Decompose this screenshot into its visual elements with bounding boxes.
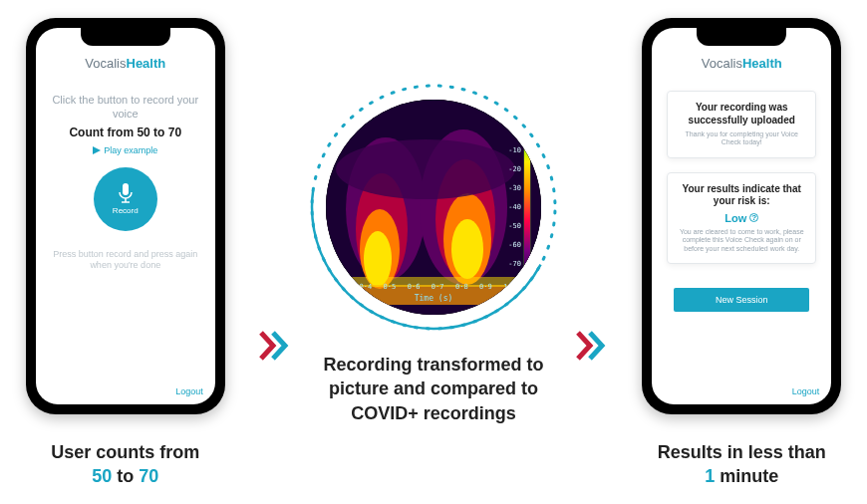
- step-2-caption: Recording transformed to picture and com…: [314, 353, 553, 425]
- phone-notch: [81, 28, 170, 46]
- colorbar-ticks: 0 -10 -20 -30 -40 -50 -60 -70 -80: [508, 127, 521, 287]
- play-icon: [93, 146, 101, 154]
- x-axis-label: Time (s): [415, 294, 453, 303]
- app-brand: VocalisHealth: [85, 56, 165, 71]
- upload-success-sub: Thank you for completing your Voice Chec…: [676, 130, 807, 147]
- step-1-column: VocalisHealth Click the button to record…: [0, 18, 251, 489]
- new-session-button[interactable]: New Session: [674, 288, 809, 312]
- upload-success-card: Your recording was successfully uploaded…: [667, 91, 816, 158]
- upload-success-title: Your recording was successfully uploaded: [676, 102, 807, 126]
- instruction-text: Click the button to record your voice: [50, 93, 201, 122]
- phone-mockup-left: VocalisHealth Click the button to record…: [26, 18, 225, 414]
- app-brand: VocalisHealth: [702, 56, 782, 71]
- svg-rect-1: [123, 183, 129, 195]
- logout-link[interactable]: Logout: [175, 386, 203, 396]
- step-3-caption: Results in less than 1 minute: [658, 440, 826, 489]
- step-1-caption: User counts from 50 to 70: [51, 440, 199, 489]
- phone-mockup-right: VocalisHealth Your recording was success…: [642, 18, 841, 414]
- risk-result-title: Your results indicate that your risk is:: [676, 183, 807, 208]
- risk-result-card: Your results indicate that your risk is:…: [667, 172, 816, 264]
- microphone-icon: [117, 182, 135, 204]
- risk-result-sub: You are cleared to come to work, please …: [676, 228, 807, 253]
- risk-level: Low ?: [676, 212, 807, 224]
- record-button[interactable]: Record: [94, 167, 157, 231]
- count-instruction: Count from 50 to 70: [69, 126, 181, 139]
- svg-point-15: [451, 219, 483, 279]
- arrow-right-1: [259, 331, 291, 365]
- step-3-column: VocalisHealth Your recording was success…: [616, 18, 867, 489]
- svg-point-18: [336, 139, 515, 199]
- step-2-column: 0·4 0·5 0·6 0·7 0·8 0·9 1 Time (s) 0 -10…: [299, 18, 569, 425]
- phone-notch: [697, 28, 786, 46]
- record-hint: Press button record and press again when…: [50, 249, 201, 272]
- logout-link[interactable]: Logout: [792, 386, 820, 396]
- info-icon[interactable]: ?: [749, 213, 758, 222]
- play-example-link[interactable]: Play example: [93, 145, 157, 155]
- spectrogram-circle: 0·4 0·5 0·6 0·7 0·8 0·9 1 Time (s) 0 -10…: [304, 78, 563, 337]
- svg-marker-0: [93, 146, 101, 154]
- arrow-right-2: [576, 331, 608, 365]
